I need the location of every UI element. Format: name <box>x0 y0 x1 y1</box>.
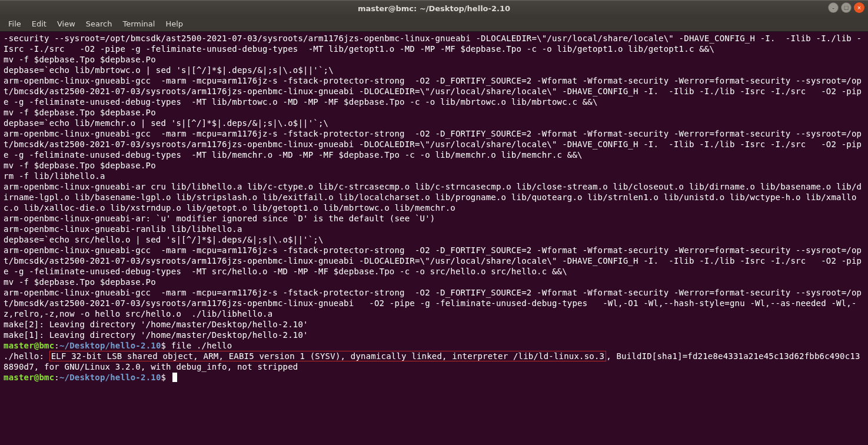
term-line: depbase=`echo lib/memchr.o | sed 's|[^/]… <box>4 118 328 128</box>
prompt-colon: : <box>54 341 59 350</box>
command-text: file ./hello <box>171 341 232 350</box>
term-line: arm-openbmc-linux-gnueabi-gcc -marm -mcp… <box>4 76 862 107</box>
term-line: arm-openbmc-linux-gnueabi-ar cru lib/lib… <box>4 182 862 212</box>
window-controls: ‑ □ × <box>828 2 864 13</box>
minimize-button[interactable]: ‑ <box>828 2 839 13</box>
term-line: depbase=`echo src/hello.o | sed 's|[^/]*… <box>4 235 324 244</box>
menu-view[interactable]: View <box>52 18 80 29</box>
close-button[interactable]: × <box>854 2 864 13</box>
cursor-icon <box>172 373 177 382</box>
term-line: rm -f lib/libhello.a <box>4 171 105 181</box>
menu-terminal[interactable]: Terminal <box>118 18 159 29</box>
terminal-output[interactable]: -security --sysroot=/opt/bmcsdk/ast2500-… <box>0 32 868 445</box>
menu-file[interactable]: File <box>4 18 26 29</box>
term-line: arm-openbmc-linux-gnueabi-ar: `u' modifi… <box>4 214 435 223</box>
maximize-button[interactable]: □ <box>841 2 852 13</box>
menu-search[interactable]: Search <box>81 18 117 29</box>
prompt-path: ~/Desktop/hello-2.10 <box>59 373 161 382</box>
prompt-dollar: $ <box>161 373 171 382</box>
term-line: arm-openbmc-linux-gnueabi-ranlib lib/lib… <box>4 224 242 234</box>
titlebar: master@bmc: ~/Desktop/hello-2.10 ‑ □ × <box>0 0 868 16</box>
term-line: mv -f $depbase.Tpo $depbase.Po <box>4 108 156 117</box>
prompt-colon: : <box>54 373 59 382</box>
prompt-user: master@bmc <box>4 341 54 350</box>
term-line: mv -f $depbase.Tpo $depbase.Po <box>4 277 156 287</box>
term-line: make[1]: Leaving directory '/home/master… <box>4 330 308 340</box>
term-line: mv -f $depbase.Tpo $depbase.Po <box>4 161 156 170</box>
menu-help[interactable]: Help <box>161 18 188 29</box>
file-output-highlight: ELF 32-bit LSB shared object, ARM, EABI5… <box>49 351 607 361</box>
term-line: mv -f $depbase.Tpo $depbase.Po <box>4 55 156 64</box>
window-title: master@bmc: ~/Desktop/hello-2.10 <box>0 4 868 13</box>
prompt-path: ~/Desktop/hello-2.10 <box>59 341 161 350</box>
menu-edit[interactable]: Edit <box>27 18 51 29</box>
term-line: arm-openbmc-linux-gnueabi-gcc -marm -mcp… <box>4 245 862 276</box>
term-line: arm-openbmc-linux-gnueabi-gcc -marm -mcp… <box>4 288 862 318</box>
prompt-dollar: $ <box>161 341 171 350</box>
menubar: File Edit View Search Terminal Help <box>0 16 868 32</box>
term-line: -security --sysroot=/opt/bmcsdk/ast2500-… <box>4 34 862 54</box>
term-line: make[2]: Leaving directory '/home/master… <box>4 320 308 329</box>
term-line: arm-openbmc-linux-gnueabi-gcc -marm -mcp… <box>4 129 862 160</box>
prompt-user: master@bmc <box>4 373 54 382</box>
term-line: depbase=`echo lib/mbrtowc.o | sed 's|[^/… <box>4 65 334 75</box>
file-output-prefix: ./hello: <box>4 351 49 361</box>
